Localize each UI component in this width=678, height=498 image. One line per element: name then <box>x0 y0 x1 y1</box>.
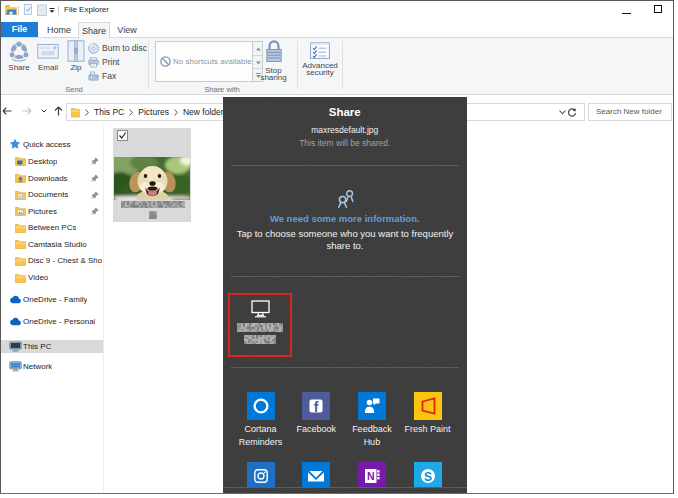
sidebar-item-between-pcs[interactable]: Between PCs <box>0 220 104 236</box>
properties-icon[interactable] <box>24 4 32 15</box>
up-icon[interactable] <box>54 106 63 116</box>
checkmark-icon <box>118 131 127 140</box>
sidebar-item-pictures[interactable]: Pictures <box>0 203 104 219</box>
app-mail[interactable] <box>302 462 330 488</box>
device-name-redacted-2 <box>244 335 276 344</box>
nearby-device-highlight[interactable] <box>228 293 292 357</box>
address-dropdown-chevron-icon[interactable] <box>559 110 566 115</box>
ribbon-separator <box>148 41 149 89</box>
forward-icon[interactable] <box>22 107 32 115</box>
sidebar-item-video[interactable]: Video <box>0 270 104 286</box>
panel-divider <box>231 367 459 368</box>
tab-view[interactable]: View <box>112 22 142 38</box>
stop-sharing-button[interactable]: Stop sharing <box>259 40 288 81</box>
sidebar-item-label: Quick access <box>23 140 71 149</box>
facebook-icon: f <box>302 392 330 420</box>
share-with-gallery[interactable]: No shortcuts available <box>155 41 263 82</box>
sidebar-item-disc-9-chest-sho[interactable]: Disc 9 - Chest & Sho <box>0 253 104 269</box>
app-fresh-paint[interactable] <box>414 392 442 420</box>
no-shortcuts-text: No shortcuts available <box>173 42 252 81</box>
share-panel-title: Share <box>223 106 468 118</box>
new-folder-icon[interactable] <box>37 4 47 16</box>
advanced-security-label: Advanced security <box>300 62 340 76</box>
folder-downloads-icon <box>15 173 26 183</box>
breadcrumb-chevron-icon <box>85 109 89 116</box>
sidebar-item-downloads[interactable]: Downloads <box>0 170 104 186</box>
folder-icon <box>15 273 26 283</box>
pin-icon <box>91 191 99 199</box>
advanced-security-button[interactable]: Advanced security <box>300 40 340 76</box>
app-feedback-hub[interactable] <box>358 392 386 420</box>
breadcrumb-new-folder[interactable]: New folder <box>183 107 224 117</box>
app-label-fresh-paint: Fresh Paint <box>400 423 456 436</box>
instagram-icon <box>247 462 275 488</box>
sidebar-item-label: Desktop <box>28 157 57 166</box>
app-instagram[interactable] <box>247 462 275 488</box>
app-label-facebook: Facebook <box>288 423 344 436</box>
app-onenote[interactable]: N <box>358 462 386 488</box>
sidebar-item-network[interactable]: Network <box>0 359 104 375</box>
svg-text:f: f <box>314 399 319 415</box>
sidebar-item-desktop[interactable]: Desktop <box>0 153 104 169</box>
tap-to-choose-text: Tap to choose someone who you want to fr… <box>233 228 458 252</box>
sidebar-item-onedrive-personal[interactable]: OneDrive - Personal <box>0 314 104 330</box>
ribbon: Share Email <box>0 38 674 95</box>
file-item[interactable] <box>113 128 191 222</box>
more-information-heading: We need some more information. <box>223 213 468 224</box>
maximize-button[interactable] <box>654 5 662 13</box>
skype-icon: S <box>414 462 442 488</box>
sidebar-item-label: Pictures <box>28 207 57 216</box>
pin-icon <box>91 157 99 165</box>
share-button[interactable]: Share <box>4 40 34 72</box>
burn-to-disc-button[interactable]: Burn to disc <box>88 42 147 55</box>
app-cortana-reminders[interactable] <box>247 392 275 420</box>
app-skype[interactable]: S <box>414 462 442 488</box>
refresh-icon[interactable] <box>567 108 577 118</box>
fax-button[interactable]: Fax <box>88 70 116 83</box>
address-folder-icon <box>71 107 80 118</box>
back-icon[interactable] <box>2 107 12 115</box>
print-icon <box>88 57 99 68</box>
sidebar-item-label: This PC <box>23 342 51 351</box>
tab-share[interactable]: Share <box>78 22 110 39</box>
sidebar-item-camtasia-studio[interactable]: Camtasia Studio <box>0 236 104 252</box>
sidebar-item-label: OneDrive - Personal <box>23 317 95 326</box>
title-bar[interactable]: File Explorer <box>0 0 674 21</box>
search-box[interactable]: Search New folder <box>588 103 672 121</box>
fresh-paint-icon <box>414 392 442 420</box>
print-button[interactable]: Print <box>88 56 119 69</box>
share-panel-subtitle: This item will be shared. <box>223 138 468 148</box>
sidebar-item-label: Camtasia Studio <box>28 240 87 249</box>
email-button[interactable]: Email <box>35 40 61 72</box>
share-icon <box>8 40 30 62</box>
qat-customize-chevron-icon[interactable] <box>49 8 55 13</box>
sidebar-item-label: Documents <box>28 190 68 199</box>
app-facebook[interactable]: f <box>302 392 330 420</box>
minimize-button[interactable] <box>622 13 631 14</box>
panel-bottom-line <box>223 487 468 488</box>
window-border <box>0 0 674 1</box>
app-label-feedback-hub: Feedback Hub <box>344 423 400 448</box>
advanced-security-icon <box>310 42 330 59</box>
zip-button[interactable]: Zip <box>62 40 90 72</box>
breadcrumb-this-pc[interactable]: This PC <box>94 107 124 117</box>
print-label: Print <box>102 57 119 67</box>
onedrive-cloud-icon <box>9 295 22 304</box>
burn-to-disc-label: Burn to disc <box>102 43 147 53</box>
send-group-label: Send <box>24 85 124 94</box>
recent-locations-chevron-icon[interactable] <box>41 109 47 113</box>
screen: File Explorer File Home Share View <box>0 0 678 498</box>
file-checkbox[interactable] <box>117 130 128 141</box>
window-border <box>0 0 1 494</box>
share-panel-filename: maxresdefault.jpg <box>223 125 468 135</box>
breadcrumb-pictures[interactable]: Pictures <box>138 107 169 117</box>
sidebar-item-documents[interactable]: Documents <box>0 187 104 203</box>
sidebar-item-onedrive-family[interactable]: OneDrive - Family <box>0 292 104 308</box>
tab-file[interactable]: File <box>1 22 38 37</box>
sidebar-item-quick-access[interactable]: Quick access <box>0 136 104 152</box>
no-shortcuts-icon <box>160 56 171 67</box>
tab-home[interactable]: Home <box>42 22 76 38</box>
sidebar-item-this-pc[interactable]: This PC <box>0 339 104 355</box>
ribbon-separator <box>297 41 298 89</box>
share-button-label: Share <box>4 63 34 72</box>
